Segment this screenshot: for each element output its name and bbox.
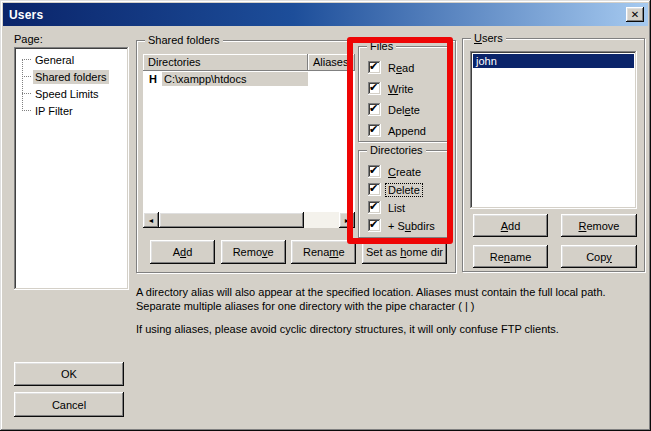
checkbox-dirs-list[interactable]: ✔ List <box>368 201 449 214</box>
tree-item-ip-filter[interactable]: IP Filter <box>14 102 129 119</box>
user-row-john[interactable]: john <box>473 54 634 68</box>
tree-branch-icon <box>22 110 31 111</box>
shared-folders-group-label: Shared folders <box>145 34 223 46</box>
checkbox-icon: ✔ <box>368 219 381 232</box>
window-title: Users <box>9 8 43 22</box>
title-bar[interactable]: Users ✕ <box>3 3 648 26</box>
checkbox-icon: ✔ <box>368 124 381 137</box>
checkbox-icon: ✔ <box>368 183 381 196</box>
close-button[interactable]: ✕ <box>626 7 644 22</box>
rename-directory-button[interactable]: Rename <box>291 240 356 264</box>
list-header: Directories Aliases <box>143 54 355 71</box>
help-text-aliases: A directory alias will also appear at th… <box>136 285 648 313</box>
users-group-label: Users <box>471 32 506 44</box>
horizontal-scrollbar[interactable]: ◄ ► <box>143 212 355 228</box>
copy-user-button[interactable]: Copy <box>561 245 637 268</box>
checkbox-dirs-create[interactable]: ✔ Create <box>368 165 449 178</box>
list-body: H C:\xampp\htdocs <box>143 71 355 212</box>
checkbox-files-delete[interactable]: ✔ Delete <box>368 103 449 116</box>
page-tree: General Shared folders Speed Limits IP F… <box>14 47 129 290</box>
shared-folder-buttons: Add Remove Rename Set as home dir <box>150 240 447 264</box>
cancel-button[interactable]: Cancel <box>14 392 124 417</box>
files-group-label: Files <box>367 40 396 52</box>
checkbox-files-write[interactable]: ✔ Write <box>368 82 449 95</box>
checkbox-files-append[interactable]: ✔ Append <box>368 124 449 137</box>
directory-row[interactable]: H C:\xampp\htdocs <box>143 71 355 86</box>
column-header-directories[interactable]: Directories <box>143 54 308 71</box>
checkbox-icon: ✔ <box>368 165 381 178</box>
scroll-right-button[interactable]: ► <box>339 212 355 228</box>
scroll-left-button[interactable]: ◄ <box>143 212 159 228</box>
checkbox-icon: ✔ <box>368 82 381 95</box>
checkbox-dirs-subdirs[interactable]: ✔ + Subdirs <box>368 219 449 232</box>
add-user-button[interactable]: Add <box>473 214 548 237</box>
remove-user-button[interactable]: Remove <box>561 214 637 237</box>
ok-button[interactable]: OK <box>14 362 124 386</box>
add-directory-button[interactable]: Add <box>150 240 215 264</box>
users-list[interactable]: john <box>470 51 637 209</box>
tree-item-general[interactable]: General <box>14 51 129 68</box>
set-as-home-dir-button[interactable]: Set as home dir <box>362 240 447 264</box>
directory-path: C:\xampp\htdocs <box>162 72 308 86</box>
help-text: A directory alias will also appear at th… <box>136 285 648 336</box>
column-header-aliases[interactable]: Aliases <box>308 54 355 71</box>
checkbox-icon: ✔ <box>368 201 381 214</box>
tree-item-speed-limits[interactable]: Speed Limits <box>14 85 129 102</box>
directories-group-label: Directories <box>367 144 426 156</box>
directories-list: Directories Aliases H C:\xampp\htdocs ◄ … <box>143 54 355 228</box>
checkbox-icon: ✔ <box>368 103 381 116</box>
tree-branch-icon <box>22 59 31 60</box>
remove-directory-button[interactable]: Remove <box>221 240 286 264</box>
files-permissions-group: Files ✔ Read ✔ Write ✔ Delete ✔ Append <box>358 46 450 142</box>
tree-item-shared-folders[interactable]: Shared folders <box>14 68 129 85</box>
page-label: Page: <box>14 33 43 45</box>
close-icon: ✕ <box>631 9 639 20</box>
users-dialog: Users ✕ Page: General Shared folders Spe… <box>0 0 651 431</box>
directories-permissions-group: Directories ✔ Create ✔ Delete ✔ List ✔ +… <box>358 150 450 238</box>
home-flag: H <box>149 73 157 85</box>
scroll-right-icon: ► <box>344 217 351 224</box>
checkbox-icon: ✔ <box>368 61 381 74</box>
scrollbar-track[interactable] <box>304 212 339 228</box>
scrollbar-thumb[interactable] <box>159 212 304 228</box>
scroll-left-icon: ◄ <box>148 217 155 224</box>
tree-branch-icon <box>22 93 31 94</box>
help-text-cyclic: If using aliases, please avoid cyclic di… <box>136 322 648 336</box>
rename-user-button[interactable]: Rename <box>473 245 548 268</box>
checkbox-files-read[interactable]: ✔ Read <box>368 61 449 74</box>
checkbox-dirs-delete[interactable]: ✔ Delete <box>368 183 449 196</box>
tree-branch-icon <box>22 76 31 77</box>
